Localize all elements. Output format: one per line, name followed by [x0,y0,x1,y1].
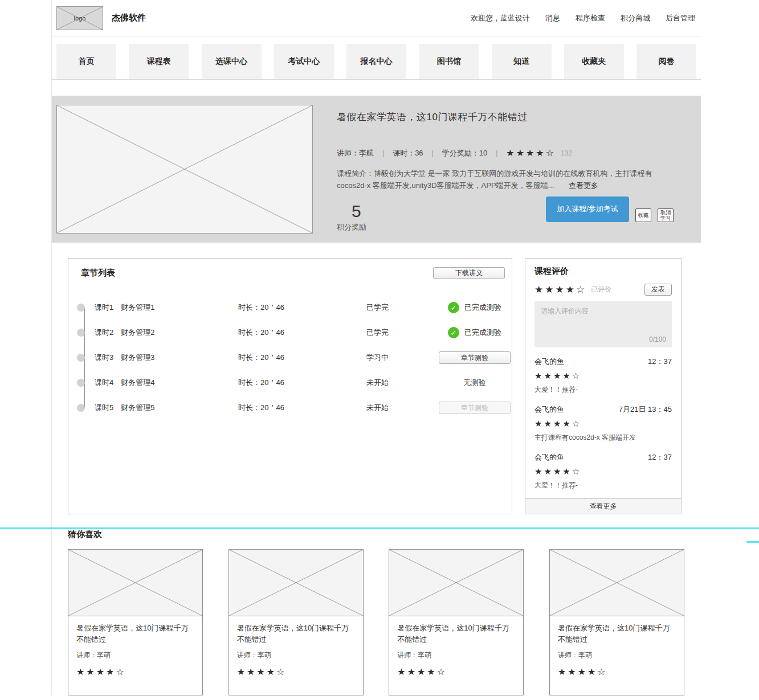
chapter-duration: 时长：20＇46 [238,378,366,388]
review-time: 12：37 [648,452,672,462]
chapter-name: 课时5 财务管理5 [95,403,238,413]
review-item-header: 会飞的鱼 7月21日 13：45 [534,404,672,415]
review-item-header: 会飞的鱼 12：37 [534,357,672,367]
chapter-name: 课时1 财务管理1 [95,302,238,313]
view-more-link[interactable]: 查看更多 [569,181,598,190]
meta-separator: | [382,149,384,157]
nav-tab-home[interactable]: 首页 [56,44,116,79]
chapter-duration: 时长：20＇46 [238,328,366,338]
nav-tab-register-center[interactable]: 报名中心 [346,44,406,79]
timeline-dot-icon [77,329,85,337]
program-check-link[interactable]: 程序检查 [576,13,605,23]
my-rating-stars[interactable]: ★★★★☆ [534,284,586,296]
review-stars: ★★★★☆ [534,466,672,477]
chapter-quiz-button-disabled: 章节测验 [439,402,511,414]
join-course-button[interactable]: 加入课程/参加考试 [546,197,629,222]
card-rating-stars: ★★★★☆ [558,666,676,677]
hero-actions: 加入课程/参加考试 收藏 取消 学习 [546,197,688,232]
chapter-status: 已学完 [366,302,438,313]
course-hours: 课时：36 [393,148,423,158]
card-body: 暑假在家学英语，这10门课程千万不能错过 讲师：李萌 ★★★★☆ [389,616,523,683]
review-time: 12：37 [648,357,672,367]
cancel-learning-button[interactable]: 取消 学习 [658,208,674,222]
chapter-quiz-button[interactable]: 章节测验 [439,351,511,364]
check-circle-icon: ✓ [448,302,459,313]
course-rating-count: 132 [561,149,572,157]
course-title: 暑假在家学英语，这10门课程千万不能错过 [337,110,688,124]
points-block: 5 积分奖励 [337,202,366,232]
card-image-placeholder [550,550,684,616]
course-card[interactable]: 暑假在家学英语，这10门课程千万不能错过 讲师：李萌 ★★★★☆ [389,549,524,695]
chapter-row: 课时4 财务管理4 时长：20＇46 未开始 无测验 [68,370,512,395]
card-rating-stars: ★★★★☆ [237,666,355,677]
card-image-placeholder [229,550,363,616]
timeline-dot-icon [77,354,85,362]
course-info: 暑假在家学英语，这10门课程千万不能错过 讲师：李航 | 课时：36 | 学分奖… [337,105,688,243]
quiz-done-label: 已完成测验 [464,328,501,338]
course-image-placeholder [56,105,313,234]
course-card[interactable]: 暑假在家学英语，这10门课程千万不能错过 讲师：李萌 ★★★★☆ [68,549,203,695]
chapter-duration: 时长：20＇46 [238,403,366,413]
nav-tab-exam-center[interactable]: 考试中心 [274,44,334,79]
chapter-row: 课时5 财务管理5 时长：20＇46 未开始 章节测验 [68,395,512,420]
review-item: 会飞的鱼 12：37 ★★★★☆ 大爱！！推荐- [534,452,672,490]
nav-tab-schedule[interactable]: 课程表 [129,44,189,79]
review-time: 7月21日 13：45 [619,404,672,415]
course-card[interactable]: 暑假在家学英语，这10门课程千万不能错过 讲师：李萌 ★★★★☆ [549,549,684,695]
char-counter: 0/100 [649,335,666,343]
nav-tab-grading[interactable]: 阅卷 [636,44,696,79]
chapter-list-title: 章节列表 [81,268,115,279]
quiz-done-label: 已完成测验 [464,302,501,313]
card-image-placeholder [68,550,202,616]
nav-tab-know[interactable]: 知道 [492,44,552,79]
placeholder-cross-icon [389,550,523,616]
suggestion-cards: 暑假在家学英语，这10门课程千万不能错过 讲师：李萌 ★★★★☆ 暑假在家学英语… [68,549,684,695]
review-textarea[interactable]: 请输入评价内容 0/100 [534,301,672,347]
chapter-action: ✓ 已完成测验 [438,327,512,338]
review-text: 大爱！！推荐- [534,385,672,395]
meta-separator: | [496,149,497,157]
chapter-action: 无测验 [438,378,512,388]
chapter-status: 已学完 [366,328,438,338]
top-bar: logo 杰佛软件 欢迎您，蓝蓝设计 消息 程序检查 积分商城 后台管理 [52,0,701,36]
card-rating-stars: ★★★★☆ [76,666,194,677]
publish-review-button[interactable]: 发表 [644,284,672,296]
course-rating-stars: ★★★★☆ [506,148,556,158]
no-quiz-label: 无测验 [464,378,486,388]
main-content-row: 章节列表 下载讲义 课时1 财务管理1 时长：20＇46 已学完 ✓ 已完成测验 [52,258,701,514]
placeholder-cross-icon [68,550,202,616]
messages-link[interactable]: 消息 [545,13,560,23]
course-card[interactable]: 暑假在家学英语，这10门课程千万不能错过 讲师：李萌 ★★★★☆ [228,549,364,695]
placeholder-cross-icon [229,550,363,616]
nav-tab-library[interactable]: 图书馆 [419,44,479,79]
card-title: 暑假在家学英语，这10门课程千万不能错过 [397,623,515,645]
card-instructor: 讲师：李萌 [558,650,676,660]
points-value: 5 [337,202,366,221]
page-container: logo 杰佛软件 欢迎您，蓝蓝设计 消息 程序检查 积分商城 后台管理 首页 … [51,0,701,695]
admin-link[interactable]: 后台管理 [666,13,695,23]
course-instructor: 讲师：李航 [337,148,374,158]
review-body: 课程评价 ★★★★☆ 已评价 发表 请输入评价内容 0/100 会飞的鱼 12：… [525,259,681,490]
reviewer-name: 会飞的鱼 [534,404,564,415]
nav-tab-course-center[interactable]: 选课中心 [202,44,262,79]
nav-tab-favorites[interactable]: 收藏夹 [564,44,624,79]
chapter-status: 未开始 [366,403,438,413]
welcome-user-link[interactable]: 欢迎您，蓝蓝设计 [471,13,530,23]
card-title: 暑假在家学英语，这10门课程千万不能错过 [237,623,355,645]
card-rating-stars: ★★★★☆ [397,666,515,677]
download-handout-button[interactable]: 下载讲义 [433,267,505,279]
review-item: 会飞的鱼 12：37 ★★★★☆ 大爱！！推荐- [534,357,672,395]
favorite-button[interactable]: 收藏 [635,208,651,222]
rated-label: 已评价 [591,285,611,294]
review-panel-title: 课程评价 [534,266,672,277]
check-circle-icon: ✓ [448,327,459,338]
points-mall-link[interactable]: 积分商城 [621,13,650,23]
main-nav: 首页 课程表 选课中心 考试中心 报名中心 图书馆 知道 收藏夹 阅卷 [52,36,701,80]
card-instructor: 讲师：李萌 [397,650,515,660]
logo-label: logo [74,15,86,22]
site-name: 杰佛软件 [112,13,146,23]
cyan-guide-line [0,527,759,529]
chapter-action: 章节测验 [438,351,512,364]
view-more-reviews-button[interactable]: 查看更多 [525,498,681,514]
review-placeholder: 请输入评价内容 [541,307,589,315]
